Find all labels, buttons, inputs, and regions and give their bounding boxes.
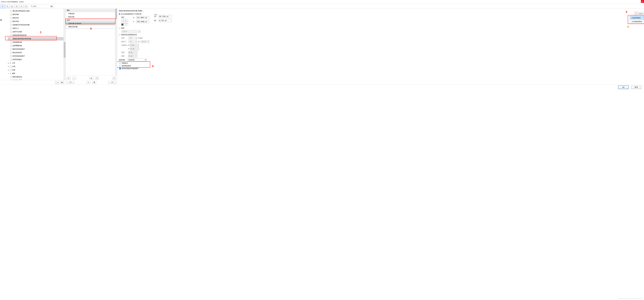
tree-item[interactable]: 移除页面缩放因子 xyxy=(8,47,66,51)
anchor-br[interactable] xyxy=(126,23,128,25)
tree-item[interactable]: 通过使定界框相交以选择 xyxy=(8,9,66,13)
tree-category-text[interactable]: ▶A文本 xyxy=(8,61,66,65)
double-left-icon: << xyxy=(112,81,113,83)
add-list-button[interactable]: 📄+ xyxy=(55,81,59,84)
eyedropper-icon[interactable]: 💉 xyxy=(635,12,638,15)
toolbar: 🔍 ⚙▼ xyxy=(0,4,644,9)
radio-use[interactable]: 使用 xyxy=(119,27,642,29)
x-input[interactable] xyxy=(136,16,149,19)
tree-item[interactable]: 选择被完全剪切走的对象 xyxy=(8,23,66,27)
toolbar-btn-5[interactable] xyxy=(19,4,24,8)
area-height-label: 高度 xyxy=(121,55,128,57)
action-item-remove-selected[interactable]: 移除所选对象 xyxy=(66,25,117,28)
chk-annotation-row[interactable]: 选择批注 xyxy=(119,62,642,64)
anchor-bc[interactable] xyxy=(124,23,126,25)
right-pane: 选择区域内部或外部的对象 的属性： 定义涉及媒体框左下方的区域 锚点 xyxy=(117,9,644,85)
tree-category-doc[interactable]: ▶文档 xyxy=(8,65,66,68)
area-height-input xyxy=(128,55,137,57)
expand-icon[interactable]: ▶ xyxy=(8,62,9,64)
ok-button[interactable]: OK xyxy=(618,86,628,89)
toolbar-btn-6[interactable] xyxy=(24,4,28,8)
next-button[interactable]: >> xyxy=(66,80,74,84)
expand-icon[interactable]: ▶ xyxy=(8,69,9,71)
tree-item[interactable]: 移除对象压缩 xyxy=(8,75,66,79)
anchor-mc[interactable] xyxy=(124,21,126,23)
action-list-box: 动作 选择对象 区域内部 移除所选对象 xyxy=(66,18,117,28)
anchor-tr[interactable] xyxy=(126,19,128,21)
scroll-thumb[interactable] xyxy=(64,42,66,58)
menu-from-selection[interactable]: 从选区获取区 xyxy=(630,16,644,20)
tree-item[interactable]: 选择大小 xyxy=(8,27,66,30)
toolbar-btn-2[interactable] xyxy=(5,4,10,8)
glasses-button[interactable]: 👓 xyxy=(112,76,116,80)
width-input[interactable] xyxy=(159,15,172,18)
dialog-footer: OK 取消 https://blog.csdn.net/weixin_40687… xyxy=(0,85,644,90)
tree-item[interactable]: 移动页面内容 xyxy=(8,51,66,54)
chk-annotation[interactable] xyxy=(119,62,121,64)
radio-define-input[interactable] xyxy=(119,13,120,15)
tree-item[interactable]: 应用页面旋转 xyxy=(8,58,66,61)
scroll-thumb[interactable] xyxy=(115,9,117,19)
close-button[interactable]: ✕ xyxy=(641,0,644,3)
action-item-select-region[interactable]: 选择对象 区域内部 xyxy=(66,22,117,25)
area-width-label: 宽度 xyxy=(121,51,128,54)
expand-icon[interactable]: ▶ xyxy=(8,66,9,67)
anchor-mr[interactable] xyxy=(126,21,128,23)
glasses-icon: 👓 xyxy=(113,77,115,79)
tree-category-page[interactable]: ▶页面 xyxy=(8,68,66,72)
cancel-button[interactable]: 取消 xyxy=(631,86,642,89)
search-input[interactable] xyxy=(33,5,52,7)
height-input[interactable] xyxy=(159,19,172,22)
radio-define-area[interactable]: 定义涉及媒体框左下方的区域 xyxy=(119,13,642,15)
chk-rotation[interactable] xyxy=(119,68,121,69)
anchor-tl[interactable] xyxy=(121,19,124,21)
add-action-button[interactable]: ⚙+ xyxy=(60,81,64,84)
tree-cat-label: 页面 xyxy=(12,69,15,71)
tree-category-remove[interactable]: ▾✖移除 xyxy=(8,72,66,75)
tree-item[interactable]: 选择轮廓内部或外部 xyxy=(8,33,66,37)
tree-item[interactable]: 应用页面缩放因子 xyxy=(8,54,66,58)
tree-item[interactable]: 选择重叠对象 xyxy=(8,44,66,47)
radio-use-area-input[interactable] xyxy=(119,34,120,36)
anchor-bl[interactable] xyxy=(121,23,124,25)
anchor-ml[interactable] xyxy=(121,21,124,23)
select-object-dropdown[interactable]: 区域内部 xyxy=(127,58,146,61)
radio-use-area[interactable]: 使用涉及页面框的区域 xyxy=(119,34,642,36)
tree-item-selected[interactable]: 选择区域内部或外部的对象 xyxy=(8,37,66,40)
prop-general[interactable]: 常规信息 xyxy=(66,12,117,15)
collapse-icon[interactable]: ▾ xyxy=(8,73,9,74)
tree-item[interactable]: 移除空白图层 xyxy=(8,79,66,80)
tree-item[interactable]: 旋转内容 xyxy=(8,16,66,20)
circle-icon: ● xyxy=(88,81,89,83)
tree-scrollbar[interactable] xyxy=(64,9,66,80)
document-icon xyxy=(10,17,12,19)
action-item-label: 选择对象 区域内部 xyxy=(68,23,81,24)
toolbar-settings-dropdown[interactable]: ⚙▼ xyxy=(50,5,54,8)
menu-from-pagebox[interactable]: 从页面框抓取区 xyxy=(630,20,644,23)
move-down-button[interactable]: ▼ xyxy=(95,76,99,80)
mid-scrollbar[interactable] xyxy=(115,9,117,75)
select-object-label: 选择对象 xyxy=(119,59,126,61)
tree-item[interactable]: 旋转页面 xyxy=(8,20,66,23)
toolbar-btn-3[interactable] xyxy=(10,4,14,8)
copy-button[interactable]: ⧉ xyxy=(66,76,70,80)
move-up-button[interactable]: ▲ xyxy=(89,76,94,80)
action-link[interactable]: 动作 ▾ xyxy=(639,12,643,15)
chk-clip-row[interactable]: 选择剪贴路径 xyxy=(119,65,642,67)
stop-button[interactable]: ■ xyxy=(92,80,96,84)
minus-icon: — xyxy=(74,77,75,79)
chk-clip[interactable] xyxy=(119,65,121,67)
tree-item[interactable]: 选择可见对象 xyxy=(8,30,66,33)
tree-item[interactable]: 选择隐藏对象 xyxy=(8,40,66,44)
prev-button[interactable]: << xyxy=(108,80,116,84)
remove-button[interactable]: — xyxy=(72,76,76,80)
radio-use-input[interactable] xyxy=(119,27,120,29)
toolbar-btn-4[interactable] xyxy=(14,4,19,8)
anchor-tc[interactable] xyxy=(124,19,126,21)
prop-lock[interactable]: 锁定信息 xyxy=(66,15,117,18)
record-button[interactable]: ● xyxy=(86,80,91,84)
y-input[interactable] xyxy=(136,20,149,23)
chk-rotation-row[interactable]: 使用页面旋转和缩放因子 xyxy=(119,67,642,70)
tree-item[interactable]: 旋转对象 xyxy=(8,13,66,16)
toolbar-btn-1[interactable] xyxy=(0,4,5,8)
